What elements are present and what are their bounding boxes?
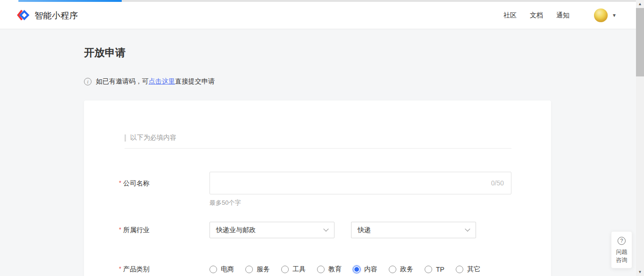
scrollbar-down-icon[interactable]: ▼: [636, 268, 644, 276]
notice-link[interactable]: 点击这里: [149, 77, 175, 86]
radio-option-government[interactable]: 政务: [389, 265, 413, 274]
nav-item-community[interactable]: 社区: [503, 11, 517, 20]
industry-secondary-select[interactable]: 快递: [351, 222, 476, 238]
smart-program-logo-icon: [17, 9, 30, 22]
company-name-input[interactable]: [209, 172, 511, 194]
page-title: 开放申请: [84, 46, 551, 60]
help-line-1: 问题: [611, 248, 632, 256]
radio-option-ecommerce[interactable]: 电商: [209, 265, 234, 274]
info-icon: i: [84, 78, 92, 85]
industry-primary-value: 快递业与邮政: [216, 226, 256, 234]
required-mark: *: [119, 226, 121, 234]
help-consult-widget[interactable]: ? 问题 咨询: [611, 231, 632, 268]
radio-option-content[interactable]: 内容: [353, 265, 377, 274]
brand-home-link[interactable]: 智能小程序: [17, 9, 78, 22]
scrollbar-up-icon[interactable]: ▲: [636, 0, 644, 8]
chevron-down-icon: [323, 226, 328, 231]
radio-icon[interactable]: [425, 266, 432, 273]
user-menu[interactable]: ▼: [594, 8, 617, 22]
section-bar: [125, 134, 126, 142]
notice-text-post: 直接提交申请: [175, 77, 215, 86]
help-line-2: 咨询: [611, 256, 632, 264]
radio-option-service[interactable]: 服务: [245, 265, 270, 274]
progress-gap: [0, 0, 18, 2]
radio-icon[interactable]: [245, 266, 253, 273]
section-title: 以下为必填内容: [130, 134, 176, 142]
header-nav: 社区 文档 通知: [503, 11, 569, 20]
scrollbar-thumb[interactable]: [636, 8, 644, 76]
char-counter: 0/50: [491, 179, 504, 187]
company-name-label: * 公司名称: [119, 172, 209, 194]
avatar[interactable]: [594, 8, 608, 22]
industry-selects: 快递业与邮政 快递: [209, 222, 476, 238]
chevron-down-icon: [465, 226, 470, 231]
notice-text-pre: 如已有邀请码，可: [96, 77, 149, 86]
radio-icon[interactable]: [281, 266, 289, 273]
vertical-scrollbar[interactable]: ▲ ▼: [636, 0, 644, 276]
product-category-label: * 产品类别: [119, 265, 209, 274]
industry-row: * 所属行业 快递业与邮政 快递: [119, 222, 551, 238]
industry-primary-select[interactable]: 快递业与邮政: [209, 222, 335, 238]
radio-icon[interactable]: [209, 266, 217, 273]
product-category-options: 电商 服务 工具 教育 内容: [209, 265, 492, 274]
required-section-header: 以下为必填内容: [125, 134, 551, 142]
radio-icon[interactable]: [317, 266, 325, 273]
company-name-row: * 公司名称 0/50 最多50个字: [119, 172, 551, 207]
application-form-card: 以下为必填内容 * 公司名称 0/50 最多50个字 * 所属行业: [84, 100, 551, 276]
radio-option-other[interactable]: 其它: [456, 265, 480, 274]
page-load-progress-fill: [18, 0, 122, 2]
top-header: 智能小程序 社区 文档 通知 ▼: [0, 2, 644, 29]
main-content: 开放申请 i 如已有邀请码，可点击这里直接提交申请 以下为必填内容 * 公司名称…: [84, 46, 551, 276]
radio-icon-selected[interactable]: [353, 266, 360, 273]
nav-item-notifications[interactable]: 通知: [556, 11, 569, 20]
invite-code-notice: i 如已有邀请码，可点击这里直接提交申请: [84, 77, 551, 86]
page-load-progress-track: [0, 0, 644, 2]
radio-option-tool[interactable]: 工具: [281, 265, 306, 274]
brand-name: 智能小程序: [34, 10, 78, 21]
section-divider: [125, 148, 511, 149]
required-mark: *: [119, 265, 121, 274]
required-mark: *: [119, 172, 121, 194]
radio-icon[interactable]: [456, 266, 463, 273]
nav-item-docs[interactable]: 文档: [530, 11, 543, 20]
product-category-row: * 产品类别 电商 服务 工具 教育: [119, 265, 551, 274]
industry-secondary-value: 快递: [358, 226, 371, 234]
industry-label: * 所属行业: [119, 226, 209, 234]
radio-icon[interactable]: [389, 266, 396, 273]
company-name-help: 最多50个字: [209, 199, 511, 207]
company-name-input-wrap: 0/50: [209, 172, 511, 194]
question-icon: ?: [618, 237, 626, 245]
radio-option-tp[interactable]: TP: [425, 266, 444, 273]
radio-option-education[interactable]: 教育: [317, 265, 342, 274]
caret-down-icon[interactable]: ▼: [612, 13, 617, 18]
